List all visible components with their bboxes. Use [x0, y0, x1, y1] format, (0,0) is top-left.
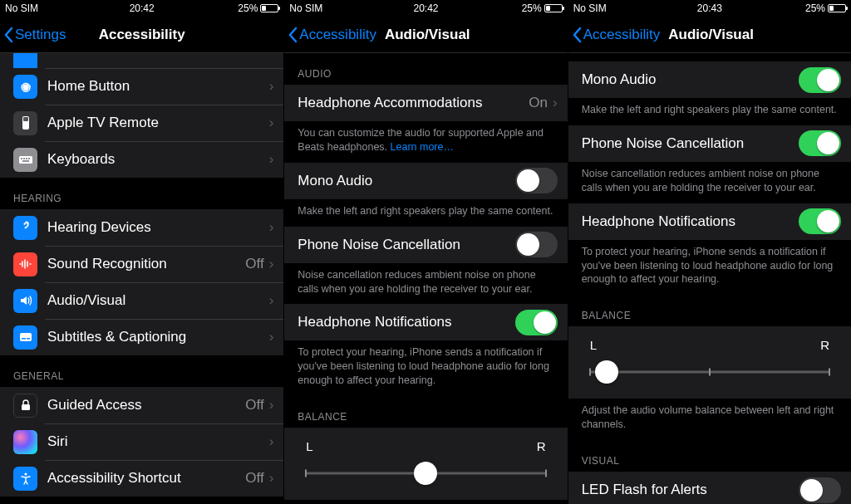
toggle-mono-audio[interactable]: [799, 67, 841, 93]
row-home-button[interactable]: ◉ Home Button ›: [0, 68, 283, 105]
row-accessibility-shortcut[interactable]: Accessibility Shortcut Off ›: [0, 460, 283, 497]
content: Mono Audio Make the left and right speak…: [568, 53, 851, 504]
row-sound-recognition[interactable]: Sound Recognition Off ›: [0, 246, 283, 282]
footer-mono: Make the left and right speakers play th…: [284, 199, 567, 227]
status-bar: No SIM 20:42 25%: [0, 0, 283, 17]
battery-pct: 25%: [805, 2, 825, 14]
carrier-text: No SIM: [289, 2, 322, 14]
section-header-hearing: Hearing: [0, 178, 283, 209]
row-label: Phone Noise Cancellation: [582, 135, 799, 152]
balance-left-label: L: [590, 338, 597, 352]
svg-rect-4: [23, 158, 25, 159]
battery-pct: 25%: [522, 2, 542, 14]
svg-rect-7: [22, 160, 29, 162]
row-siri[interactable]: Siri ›: [0, 423, 283, 460]
svg-rect-9: [22, 338, 26, 340]
subtitles-icon: [13, 325, 37, 350]
svg-rect-3: [21, 158, 22, 159]
row-label: Headphone Notifications: [298, 314, 514, 330]
row-label: Mono Audio: [298, 173, 514, 189]
section-header-balance: Balance: [284, 396, 567, 428]
balance-slider[interactable]: [306, 462, 545, 485]
battery-pct: 25%: [238, 2, 258, 14]
screen-audio-visual-2: No SIM 20:43 25% Accessibility Audio/Vis…: [568, 0, 851, 504]
chevron-right-icon: ›: [269, 292, 274, 309]
list-item[interactable]: [0, 53, 283, 68]
balance-right-label: R: [820, 338, 829, 352]
section-header-general: General: [0, 355, 283, 387]
siri-icon: [13, 430, 37, 454]
section-header-balance: Balance: [568, 295, 851, 326]
chevron-right-icon: ›: [269, 219, 274, 236]
svg-rect-1: [23, 117, 28, 121]
row-hearing-devices[interactable]: ༡ Hearing Devices ›: [0, 209, 283, 246]
back-button[interactable]: Accessibility: [568, 27, 661, 43]
content: Audio Headphone Accommodations On › You …: [284, 53, 567, 504]
balance-slider-container: L R: [284, 428, 567, 500]
svg-rect-6: [28, 158, 30, 159]
row-label: Subtitles & Captioning: [47, 329, 269, 345]
chevron-left-icon: [288, 27, 298, 43]
row-headphone-accommodations[interactable]: Headphone Accommodations On ›: [284, 85, 567, 121]
nav-bar: Accessibility Audio/Visual: [284, 17, 567, 53]
screen-accessibility: No SIM 20:42 25% Settings Accessibility …: [0, 0, 283, 504]
row-label: Phone Noise Cancellation: [298, 237, 514, 253]
row-label: LED Flash for Alerts: [582, 482, 799, 498]
row-guided-access[interactable]: Guided Access Off ›: [0, 387, 283, 423]
chevron-right-icon: ›: [269, 470, 274, 487]
chevron-right-icon: ›: [269, 151, 274, 168]
keyboard-icon: [13, 148, 37, 172]
remote-icon: [13, 111, 37, 135]
svg-rect-10: [27, 338, 30, 340]
balance-right-label: R: [537, 439, 546, 453]
row-mono-audio: Mono Audio: [568, 61, 851, 98]
chevron-right-icon: ›: [269, 397, 274, 413]
row-label: Audio/Visual: [47, 292, 269, 309]
toggle-headphone-notifications[interactable]: [515, 310, 558, 335]
back-label: Settings: [15, 27, 66, 43]
svg-rect-5: [26, 158, 27, 159]
speaker-icon: [13, 289, 37, 313]
chevron-left-icon: [572, 27, 582, 43]
learn-more-link[interactable]: Learn more…: [391, 141, 454, 153]
row-mono-audio: Mono Audio: [284, 163, 567, 199]
row-label: Guided Access: [47, 397, 245, 413]
row-audio-visual[interactable]: Audio/Visual ›: [0, 282, 283, 319]
row-apple-tv-remote[interactable]: Apple TV Remote ›: [0, 105, 283, 141]
carrier-text: No SIM: [5, 2, 38, 14]
toggle-led-flash[interactable]: [799, 477, 841, 503]
footer-hpnotif: To protect your hearing, iPhone sends a …: [568, 240, 851, 296]
row-label: Home Button: [47, 78, 269, 95]
page-title: Audio/Visual: [385, 27, 470, 43]
row-subtitles[interactable]: Subtitles & Captioning ›: [0, 319, 283, 355]
chevron-right-icon: ›: [269, 115, 274, 131]
balance-left-label: L: [306, 439, 312, 453]
battery-icon: [544, 4, 563, 12]
footer-noise: Noise cancellation reduces ambient noise…: [284, 263, 567, 305]
balance-slider[interactable]: [590, 360, 829, 384]
footer-mono: Make the left and right speakers play th…: [568, 98, 851, 125]
chevron-right-icon: ›: [553, 95, 558, 111]
chevron-right-icon: ›: [269, 78, 274, 95]
chevron-right-icon: ›: [269, 433, 274, 450]
back-button[interactable]: Settings: [0, 27, 66, 43]
status-bar: No SIM 20:43 25%: [568, 0, 851, 17]
toggle-noise-cancellation[interactable]: [515, 232, 558, 257]
svg-point-12: [24, 472, 27, 475]
home-button-icon: ◉: [13, 75, 37, 99]
svg-rect-2: [19, 156, 32, 164]
back-button[interactable]: Accessibility: [284, 27, 376, 43]
row-headphone-notifications: Headphone Notifications: [568, 203, 851, 240]
lock-icon: [13, 394, 37, 418]
footer-noise: Noise cancellation reduces ambient noise…: [568, 162, 851, 203]
row-label: Hearing Devices: [47, 219, 269, 236]
row-keyboards[interactable]: Keyboards ›: [0, 141, 283, 178]
row-label: Siri: [47, 433, 269, 450]
footer-balance-cut: Adjust the audio volume balance between …: [284, 500, 567, 504]
svg-rect-8: [20, 333, 32, 341]
carrier-text: No SIM: [573, 2, 607, 14]
toggle-noise-cancellation[interactable]: [799, 130, 841, 156]
toggle-headphone-notifications[interactable]: [799, 208, 841, 234]
footer-balance: Adjust the audio volume balance between …: [568, 399, 851, 440]
toggle-mono-audio[interactable]: [515, 168, 558, 193]
